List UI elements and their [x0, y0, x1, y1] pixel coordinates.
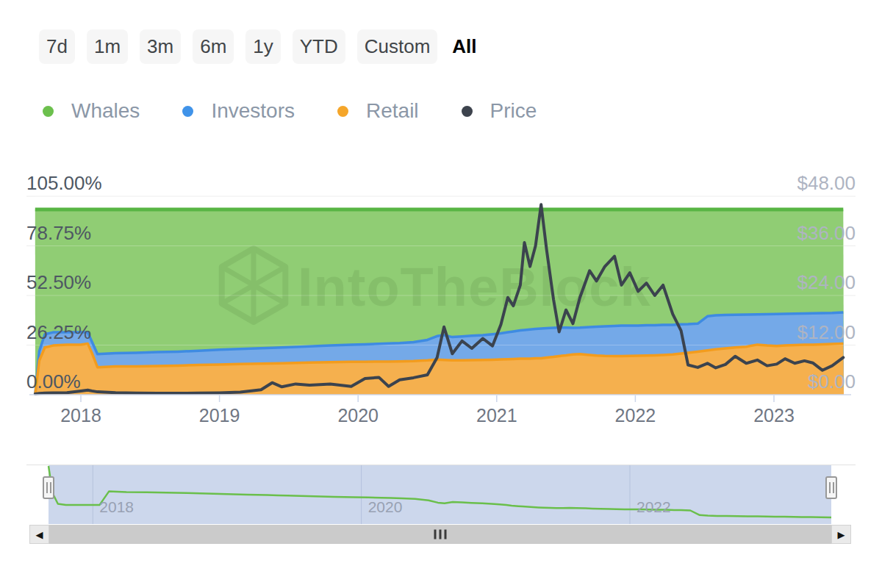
date-range-toolbar: 7d1m3m6m1yYTDCustomAll	[39, 29, 480, 64]
x-axis-year-label: 2022	[591, 405, 679, 426]
y-axis-left-label: 78.75%	[26, 222, 91, 245]
legend-label: Price	[490, 99, 537, 123]
y-axis-left-label: 105.00%	[26, 172, 102, 195]
range-button-ytd[interactable]: YTD	[293, 29, 345, 64]
x-axis-year-label: 2023	[730, 405, 818, 426]
navigator-divider	[26, 465, 856, 465]
navigator-right-handle-icon[interactable]	[825, 476, 837, 499]
x-axis-year-label: 2019	[176, 405, 264, 426]
y-axis-left-label: 26.25%	[26, 321, 91, 344]
range-button-3m[interactable]: 3m	[140, 29, 181, 64]
legend-item-whales[interactable]: Whales	[43, 99, 140, 123]
chart-legend: WhalesInvestorsRetailPrice	[43, 99, 537, 123]
y-axis-right-label: $12.00	[735, 321, 856, 344]
range-button-1m[interactable]: 1m	[87, 29, 128, 64]
range-button-all[interactable]: All	[449, 29, 479, 64]
svg-text:IntoTheBlock: IntoTheBlock	[298, 257, 651, 318]
legend-item-retail[interactable]: Retail	[337, 99, 419, 123]
chart-scrollbar: ◀ ▶	[29, 525, 851, 544]
legend-dot-icon	[337, 106, 348, 117]
x-axis-year-label: 2018	[37, 405, 125, 426]
navigator-left-handle-icon[interactable]	[43, 476, 54, 499]
x-axis-year-label: 2021	[453, 405, 541, 426]
x-axis-year-label: 2020	[314, 405, 402, 426]
range-button-custom[interactable]: Custom	[357, 29, 438, 64]
y-axis-left-label: 52.50%	[26, 271, 91, 294]
navigator-year-label: 2022	[637, 498, 671, 516]
y-axis-right-label: $24.00	[735, 271, 856, 294]
y-axis-right-label: $48.00	[735, 172, 856, 195]
scrollbar-track[interactable]	[49, 525, 831, 544]
y-axis-right-label: $0.00	[735, 370, 856, 393]
navigator-year-label: 2018	[99, 498, 134, 516]
y-axis-right-label: $36.00	[735, 222, 856, 245]
scrollbar-grip-icon[interactable]	[434, 530, 447, 539]
y-axis-left-label: 0.00%	[26, 370, 81, 393]
scrollbar-left-arrow-icon[interactable]: ◀	[29, 525, 49, 544]
range-button-7d[interactable]: 7d	[39, 29, 75, 64]
range-button-1y[interactable]: 1y	[245, 29, 280, 64]
navigator-year-label: 2020	[368, 498, 403, 516]
legend-item-investors[interactable]: Investors	[182, 99, 295, 123]
range-button-6m[interactable]: 6m	[193, 29, 234, 64]
scrollbar-right-arrow-icon[interactable]: ▶	[831, 525, 851, 544]
legend-label: Investors	[211, 99, 295, 123]
legend-dot-icon	[182, 106, 193, 117]
ownership-vs-price-chart: IntoTheBlock 7d1m3m6m1yYTDCustomAll Whal…	[0, 0, 882, 588]
legend-dot-icon	[462, 106, 473, 117]
legend-dot-icon	[43, 106, 54, 117]
legend-label: Whales	[71, 99, 140, 123]
legend-label: Retail	[366, 99, 419, 123]
legend-item-price[interactable]: Price	[462, 99, 537, 123]
